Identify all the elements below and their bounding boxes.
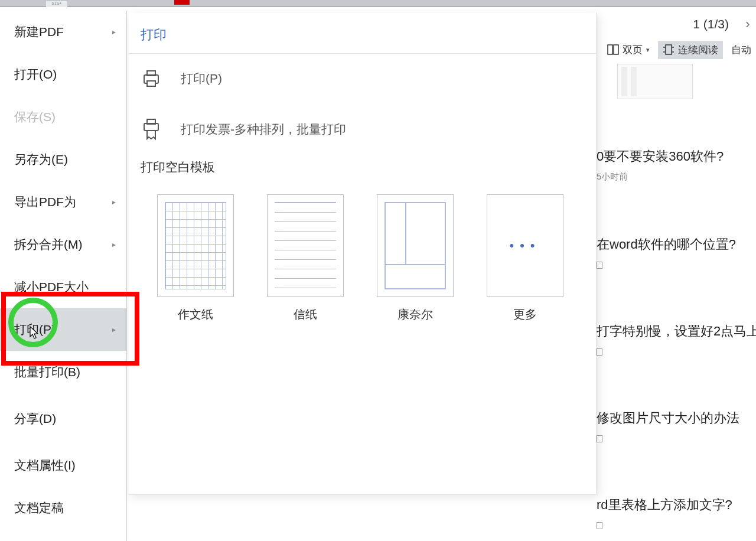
red-accent-fragment [174, 0, 190, 5]
list-item[interactable]: 在word软件的哪个位置? [597, 236, 756, 269]
template-thumb [377, 194, 454, 297]
menu-label: 分享(D) [14, 410, 56, 427]
menu-share[interactable]: 分享(D) [0, 393, 126, 444]
menu-save-as[interactable]: 另存为(E) [0, 138, 126, 181]
chevron-down-icon: ▾ [646, 46, 650, 54]
menu-label: 批量打印(B) [14, 364, 80, 380]
two-page-button[interactable]: 双页 ▾ [602, 41, 654, 59]
menu-export-pdf[interactable]: 导出PDF为 ▸ [0, 181, 126, 223]
svg-rect-1 [614, 45, 618, 54]
invoice-print-row[interactable]: 打印发票-多种排列，批量打印 [129, 103, 596, 155]
menu-finalize[interactable]: 文档定稿 [0, 487, 126, 529]
template-thumb [157, 194, 234, 297]
file-menu-sidebar: 新建PDF ▸ 打开(O) 保存(S) 另存为(E) 导出PDF为 ▸ 拆分合并… [0, 11, 127, 541]
meta-icon [597, 348, 602, 356]
invoice-print-label: 打印发票-多种排列，批量打印 [181, 121, 346, 138]
menu-label: 导出PDF为 [14, 194, 76, 210]
submenu-arrow-icon: ▸ [112, 240, 116, 249]
menu-properties[interactable]: 文档属性(I) [0, 444, 126, 487]
list-item[interactable]: 0要不要安装360软件? 5小时前 [597, 148, 756, 182]
continuous-icon [663, 44, 674, 55]
menu-new-pdf[interactable]: 新建PDF ▸ [0, 11, 126, 53]
window-top-strip: S1S+ [0, 0, 756, 7]
menu-label: 文档属性(I) [14, 457, 76, 474]
auto-fit-button[interactable]: 自动 [726, 41, 756, 59]
submenu-arrow-icon: ▸ [112, 198, 116, 206]
article-title: rd里表格上方添加文字? [597, 496, 756, 514]
panel-title: 打印 [129, 13, 596, 54]
auto-fit-label: 自动 [731, 43, 751, 57]
template-thumb [267, 194, 344, 297]
menu-batch-print[interactable]: 批量打印(B) [0, 351, 126, 393]
template-letter-paper[interactable]: 信纸 [267, 194, 344, 322]
submenu-arrow-icon: ▸ [112, 325, 116, 334]
template-caption: 作文纸 [178, 307, 213, 322]
print-submenu-panel: 打印 打印(P) 打印发票-多种排列，批量打印 打印空白模板 作文纸 信纸 康奈… [129, 13, 597, 495]
menu-label: 另存为(E) [14, 151, 68, 168]
template-caption: 康奈尔 [397, 307, 433, 322]
template-list: 作文纸 信纸 康奈尔 ••• 更多 [129, 186, 596, 331]
article-title: 0要不要安装360软件? [597, 148, 756, 165]
continuous-read-button[interactable]: 连续阅读 [658, 41, 723, 59]
list-item[interactable]: 打字特别慢，设置好2点马上就 [597, 322, 756, 356]
menu-label: 文档定稿 [14, 500, 64, 516]
svg-rect-2 [666, 45, 672, 54]
template-caption: 更多 [513, 307, 537, 322]
print-action-label: 打印(P) [181, 70, 222, 87]
menu-label: 打印(P) [14, 321, 56, 338]
page-indicator[interactable]: 1 (1/3) [687, 15, 735, 34]
menu-label: 打开(O) [14, 66, 57, 83]
menu-split-merge[interactable]: 拆分合并(M) ▸ [0, 223, 126, 266]
topbar-right: 1 (1/3) › [687, 13, 756, 35]
menu-label: 保存(S) [14, 109, 56, 125]
two-page-icon [607, 44, 619, 55]
meta-icon [597, 522, 602, 529]
list-item[interactable]: rd里表格上方添加文字? [597, 496, 756, 530]
meta-icon [597, 262, 602, 269]
submenu-arrow-icon: ▸ [112, 28, 116, 36]
template-cornell[interactable]: 康奈尔 [377, 194, 454, 322]
svg-rect-0 [608, 45, 612, 54]
template-caption: 信纸 [294, 307, 317, 322]
menu-reduce-size[interactable]: 减小PDF大小 [0, 266, 126, 308]
menu-label: 拆分合并(M) [14, 236, 82, 253]
article-list: 0要不要安装360软件? 5小时前 在word软件的哪个位置? 打字特别慢，设置… [597, 148, 756, 541]
page-next-button[interactable]: › [739, 16, 756, 32]
menu-print[interactable]: 打印(P) ▸ [0, 308, 126, 351]
template-more[interactable]: ••• 更多 [487, 194, 563, 322]
print-action-row[interactable]: 打印(P) [129, 54, 596, 103]
tab-fragment: S1S+ [46, 1, 67, 7]
invoice-printer-icon [141, 118, 162, 141]
meta-icon [597, 435, 602, 442]
article-title: 打字特别慢，设置好2点马上就 [597, 322, 756, 340]
article-meta: 5小时前 [597, 171, 756, 182]
printer-icon [141, 68, 162, 89]
view-bar: 双页 ▾ 连续阅读 自动 [602, 39, 756, 60]
list-item[interactable]: 修改图片尺寸大小的办法 [597, 409, 756, 443]
two-page-label: 双页 [623, 43, 643, 57]
menu-open[interactable]: 打开(O) [0, 53, 126, 96]
menu-label: 新建PDF [14, 24, 64, 40]
templates-section-title: 打印空白模板 [129, 155, 596, 186]
menu-save: 保存(S) [0, 96, 126, 138]
svg-rect-9 [147, 81, 155, 86]
article-title: 在word软件的哪个位置? [597, 236, 756, 253]
more-dots-icon: ••• [509, 238, 540, 253]
page-preview-thumbnail [617, 64, 693, 99]
menu-label: 减小PDF大小 [14, 279, 89, 295]
article-title: 修改图片尺寸大小的办法 [597, 409, 756, 427]
continuous-read-label: 连续阅读 [678, 43, 718, 57]
template-thumb: ••• [487, 194, 563, 297]
template-composition-paper[interactable]: 作文纸 [157, 194, 234, 322]
